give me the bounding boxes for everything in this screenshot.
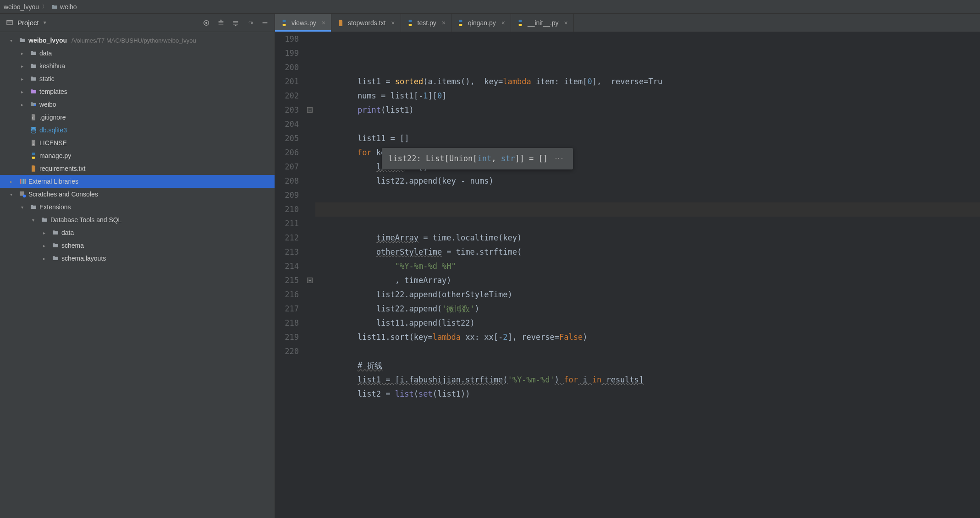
chevron-down-icon[interactable]: ▾ bbox=[21, 205, 28, 210]
tree-row[interactable]: requirements.txt bbox=[0, 162, 275, 175]
tree-row[interactable]: ▸External Libraries bbox=[0, 175, 275, 188]
line-number[interactable]: 209 bbox=[275, 188, 299, 202]
tree-row[interactable]: LICENSE bbox=[0, 136, 275, 149]
line-number[interactable]: 206 bbox=[275, 146, 299, 160]
tree-row[interactable]: db.sqlite3 bbox=[0, 124, 275, 136]
close-icon[interactable]: × bbox=[442, 19, 446, 27]
code-line[interactable]: list11.append(list22) bbox=[315, 316, 980, 330]
fold-strip[interactable]: −− bbox=[306, 32, 315, 518]
chevron-down-icon[interactable]: ▾ bbox=[10, 192, 17, 197]
code-line[interactable]: "%Y-%m-%d %H" bbox=[315, 259, 980, 273]
chevron-right-icon[interactable]: ▸ bbox=[21, 89, 28, 94]
line-number[interactable]: 199 bbox=[275, 46, 299, 60]
tree-row[interactable]: ▸static bbox=[0, 72, 275, 85]
line-gutter[interactable]: 1981992002012022032042052062072082092102… bbox=[275, 32, 306, 518]
line-number[interactable]: 217 bbox=[275, 302, 299, 316]
hide-icon[interactable] bbox=[261, 19, 269, 27]
line-number[interactable]: 215 bbox=[275, 273, 299, 288]
line-number[interactable]: 204 bbox=[275, 117, 299, 131]
tree-row[interactable]: ▸data bbox=[0, 47, 275, 60]
tree-row[interactable]: ▸weibo bbox=[0, 98, 275, 111]
line-number[interactable]: 202 bbox=[275, 89, 299, 103]
chevron-right-icon[interactable]: ▸ bbox=[43, 256, 50, 261]
expand-icon[interactable] bbox=[217, 19, 225, 27]
line-number[interactable]: 213 bbox=[275, 245, 299, 259]
close-icon[interactable]: × bbox=[322, 19, 325, 27]
more-icon[interactable]: ⋮ bbox=[552, 154, 567, 163]
editor-tab[interactable]: qingan.py× bbox=[451, 14, 511, 32]
chevron-right-icon[interactable]: ▸ bbox=[21, 76, 28, 82]
code-line[interactable]: list1 = sorted(a.items(), key=lambda ite… bbox=[315, 75, 980, 89]
editor-tab[interactable]: __init__.py× bbox=[511, 14, 574, 32]
tree-row[interactable]: ▾Extensions bbox=[0, 201, 275, 213]
code-line[interactable]: list11 = [] bbox=[315, 131, 980, 146]
tree-row[interactable]: ▾Scratches and Consoles bbox=[0, 188, 275, 201]
line-number[interactable]: 212 bbox=[275, 231, 299, 245]
code-line[interactable]: # 折线 bbox=[315, 359, 980, 373]
code-area[interactable]: list22: List[Union[int, str]] = [] ⋮ lis… bbox=[315, 32, 980, 518]
code-line[interactable]: list1 = [i.fabushijian.strftime('%Y-%m-%… bbox=[315, 373, 980, 387]
code-line[interactable] bbox=[315, 117, 980, 131]
tree-row[interactable]: ▾Database Tools and SQL bbox=[0, 213, 275, 226]
code-line[interactable]: print(list1) bbox=[315, 103, 980, 117]
breadcrumb-item[interactable]: weibo bbox=[51, 3, 77, 11]
close-icon[interactable]: × bbox=[564, 19, 568, 27]
tree-row[interactable]: i.gitignore bbox=[0, 111, 275, 124]
code-line[interactable]: list11.sort(key=lambda xx: xx[-2], rever… bbox=[315, 330, 980, 344]
editor[interactable]: 1981992002012022032042052062072082092102… bbox=[275, 32, 980, 518]
breadcrumb-root[interactable]: weibo_lvyou bbox=[4, 3, 39, 11]
chevron-right-icon[interactable]: ▸ bbox=[10, 179, 17, 184]
tree-row[interactable]: ▸keshihua bbox=[0, 60, 275, 72]
code-line[interactable] bbox=[315, 202, 980, 217]
line-number[interactable]: 205 bbox=[275, 131, 299, 146]
line-number[interactable]: 211 bbox=[275, 217, 299, 231]
tree-row[interactable]: ▸data bbox=[0, 226, 275, 239]
editor-tab[interactable]: stopwords.txt× bbox=[331, 14, 401, 32]
chevron-right-icon[interactable]: ▸ bbox=[21, 102, 28, 107]
line-number[interactable]: 210 bbox=[275, 202, 299, 217]
line-number[interactable]: 207 bbox=[275, 160, 299, 174]
code-line[interactable]: list22.append(key - nums) bbox=[315, 174, 980, 188]
code-line[interactable] bbox=[315, 344, 980, 359]
line-number[interactable]: 198 bbox=[275, 32, 299, 46]
code-line[interactable]: list2 = list(set(list1)) bbox=[315, 387, 980, 401]
locate-icon[interactable] bbox=[202, 19, 210, 27]
code-line[interactable] bbox=[315, 217, 980, 231]
project-tree[interactable]: ▾weibo_lvyou/Volumes/T7 MAC/BUSHU/python… bbox=[0, 32, 275, 518]
line-number[interactable]: 203 bbox=[275, 103, 299, 117]
code-line[interactable]: nums = list1[-1][0] bbox=[315, 89, 980, 103]
project-dropdown[interactable]: Project ▼ bbox=[6, 19, 47, 27]
collapse-icon[interactable] bbox=[231, 19, 240, 27]
code-line[interactable]: list22.append('微博数') bbox=[315, 302, 980, 316]
line-number[interactable]: 219 bbox=[275, 330, 299, 344]
code-line[interactable]: , timeArray) bbox=[315, 273, 980, 288]
tree-row[interactable]: ▸schema bbox=[0, 239, 275, 252]
fold-toggle-icon[interactable]: − bbox=[307, 107, 313, 113]
line-number[interactable]: 220 bbox=[275, 344, 299, 359]
line-number[interactable]: 200 bbox=[275, 60, 299, 75]
code-line[interactable]: list22.append(otherStyleTime) bbox=[315, 288, 980, 302]
code-line[interactable] bbox=[315, 188, 980, 202]
tree-row[interactable]: manage.py bbox=[0, 149, 275, 162]
gear-icon[interactable] bbox=[246, 19, 254, 27]
tree-row[interactable]: ▸templates bbox=[0, 85, 275, 98]
line-number[interactable]: 208 bbox=[275, 174, 299, 188]
tree-row[interactable]: ▾weibo_lvyou/Volumes/T7 MAC/BUSHU/python… bbox=[0, 34, 275, 47]
chevron-down-icon[interactable]: ▾ bbox=[10, 38, 17, 43]
chevron-right-icon[interactable]: ▸ bbox=[43, 230, 50, 235]
line-number[interactable]: 218 bbox=[275, 316, 299, 330]
editor-tab[interactable]: views.py× bbox=[275, 14, 331, 32]
line-number[interactable]: 201 bbox=[275, 75, 299, 89]
chevron-right-icon[interactable]: ▸ bbox=[21, 51, 28, 56]
line-number[interactable]: 216 bbox=[275, 288, 299, 302]
editor-tab[interactable]: test.py× bbox=[401, 14, 451, 32]
chevron-down-icon[interactable]: ▾ bbox=[32, 218, 39, 223]
tree-row[interactable]: ▸schema.layouts bbox=[0, 252, 275, 265]
code-line[interactable]: timeArray = time.localtime(key) bbox=[315, 231, 980, 245]
close-icon[interactable]: × bbox=[501, 19, 505, 27]
code-line[interactable]: otherStyleTime = time.strftime( bbox=[315, 245, 980, 259]
close-icon[interactable]: × bbox=[391, 19, 395, 27]
line-number[interactable]: 214 bbox=[275, 259, 299, 273]
chevron-right-icon[interactable]: ▸ bbox=[21, 64, 28, 69]
fold-toggle-icon[interactable]: − bbox=[307, 278, 313, 283]
